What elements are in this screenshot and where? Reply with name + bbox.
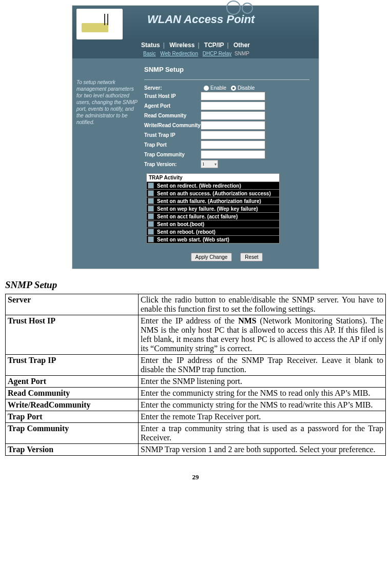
checkbox[interactable] <box>148 183 154 189</box>
subtab-basic[interactable]: Basic <box>143 51 155 56</box>
term-cell: Agent Port <box>6 376 139 388</box>
trap-activity-header: TRAP Activity <box>146 173 280 182</box>
trap-activity-row: Sent on boot.(boot) <box>146 220 280 228</box>
input-writeread-community[interactable] <box>201 121 265 130</box>
tab-other[interactable]: Other <box>233 42 250 49</box>
section-heading: SNMP Setup <box>5 279 386 291</box>
snmp-setup-screenshot: WLAN Access Point Status| Wireless| TCP/… <box>72 5 319 269</box>
input-trap-port[interactable] <box>201 140 265 149</box>
term-cell: Trap Community <box>6 423 139 444</box>
trap-activity-label: Sent on acct failure. (acct failure) <box>157 214 238 219</box>
input-trust-trap-ip[interactable] <box>201 131 265 139</box>
trap-activity-label: Sent on auth success. (Authorization suc… <box>157 191 271 196</box>
trap-activity-row: Sent on auth failure. (Authorization fai… <box>146 197 280 205</box>
trap-activity-row: Sent on acct failure. (acct failure) <box>146 213 280 220</box>
definition-cell: Enter the remote Trap Receiver port. <box>139 411 386 423</box>
trap-activity-row: Sent on redirect. (Web redirection) <box>146 182 280 190</box>
trap-activity-row: Sent on auth success. (Authorization suc… <box>146 190 280 197</box>
sidebar-help-text: To setup network management parameters f… <box>72 58 142 269</box>
trap-activity-table: TRAP Activity Sent on redirect. (Web red… <box>146 173 280 244</box>
checkbox[interactable] <box>148 221 154 227</box>
definition-cell: Enter the communicty string for the NMS … <box>139 388 386 399</box>
checkbox[interactable] <box>148 206 154 212</box>
term-cell: Server <box>6 294 139 315</box>
definition-cell: SNMP Trap version 1 and 2 are both suppo… <box>139 444 386 456</box>
label-trap-community: Trap Community <box>144 152 201 157</box>
definition-cell: Click the radio button to enable/disable… <box>139 294 386 315</box>
sub-tabs: Basic Web Redirection DHCP Relay SNMP <box>72 50 319 58</box>
trap-activity-row: Sent on web start. (Web start) <box>146 236 280 244</box>
term-cell: Trust Trap IP <box>6 355 139 376</box>
trap-activity-row: Sent on reboot. (reboot) <box>146 228 280 236</box>
checkbox[interactable] <box>148 229 154 235</box>
term-cell: Read Community <box>6 388 139 399</box>
description-table: ServerClick the radio button to enable/d… <box>5 294 386 456</box>
page-number: 29 <box>5 473 386 481</box>
reset-button[interactable]: Reset <box>240 253 263 261</box>
trap-activity-label: Sent on boot.(boot) <box>157 221 204 227</box>
term-cell: Trap Port <box>6 411 139 423</box>
tab-wireless[interactable]: Wireless <box>169 42 194 49</box>
label-server: Server: <box>144 85 201 91</box>
label-read-community: Read Community <box>144 113 201 118</box>
checkbox[interactable] <box>148 198 154 204</box>
definition-cell: Enter the IP address of the SNMP Trap Re… <box>139 355 386 376</box>
select-trap-version[interactable]: 1 <box>201 160 218 168</box>
trap-activity-label: Sent on redirect. (Web redirection) <box>157 183 241 189</box>
input-agent-port[interactable] <box>201 102 265 110</box>
trap-activity-label: Sent on wep key failure. (Wep key failur… <box>157 206 258 212</box>
label-writeread-community: Write/Read Community <box>144 123 201 128</box>
device-image <box>76 9 123 39</box>
subtab-dhcp-relay[interactable]: DHCP Relay <box>203 51 232 56</box>
definition-cell: Enter the SNMP listening port. <box>139 376 386 388</box>
trap-activity-row: Sent on wep key failure. (Wep key failur… <box>146 205 280 213</box>
label-trap-port: Trap Port <box>144 142 201 148</box>
tab-tcpip[interactable]: TCP/IP <box>204 42 224 49</box>
label-trust-trap-ip: Trust Trap IP <box>144 132 201 138</box>
label-trust-host-ip: Trust Host IP <box>144 93 201 99</box>
definition-cell: Enter the communicty string for the NMS … <box>139 399 386 411</box>
device-banner: WLAN Access Point <box>72 6 319 42</box>
radio-disable[interactable] <box>231 86 236 91</box>
main-tabs: Status| Wireless| TCP/IP| Other <box>72 42 319 50</box>
subtab-web-redirection[interactable]: Web Redirection <box>160 51 198 56</box>
checkbox[interactable] <box>148 213 154 219</box>
term-cell: Trap Version <box>6 444 139 456</box>
definition-cell: Enter the IP address of the NMS (Network… <box>139 315 386 355</box>
definition-cell: Enter a trap community string that is us… <box>139 423 386 444</box>
tab-status[interactable]: Status <box>141 42 160 49</box>
term-cell: Write/ReadCommunity <box>6 399 139 411</box>
trap-activity-label: Sent on web start. (Web start) <box>157 237 229 242</box>
input-trust-host-ip[interactable] <box>201 92 265 100</box>
subtab-snmp[interactable]: SNMP <box>234 51 249 56</box>
checkbox[interactable] <box>148 190 154 196</box>
label-agent-port: Agent Port <box>144 103 201 109</box>
radio-enable[interactable] <box>204 86 209 91</box>
label-trap-version: Trap Version: <box>144 161 201 167</box>
apply-change-button[interactable]: Apply Change <box>191 253 232 261</box>
trap-activity-label: Sent on reboot. (reboot) <box>157 229 216 235</box>
trap-activity-label: Sent on auth failure. (Authorization fai… <box>157 198 261 204</box>
term-cell: Trust Host IP <box>6 315 139 355</box>
input-read-community[interactable] <box>201 111 265 120</box>
checkbox[interactable] <box>148 236 154 242</box>
panel-title: SNMP Setup <box>144 66 309 73</box>
input-trap-community[interactable] <box>201 150 265 159</box>
